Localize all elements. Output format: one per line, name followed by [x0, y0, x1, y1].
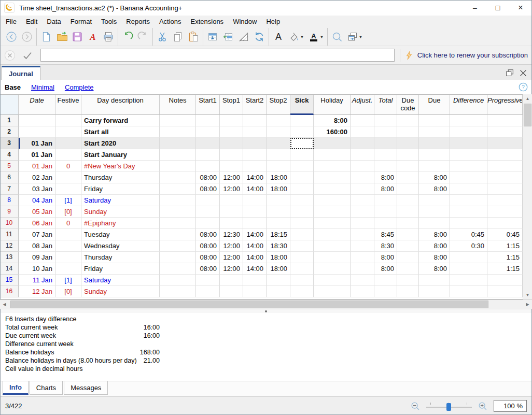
cell-date[interactable]: 07 Jan — [19, 229, 55, 240]
tab-charts[interactable]: Charts — [30, 381, 63, 395]
cell-stop1[interactable]: 12:00 — [220, 172, 243, 183]
cell-progressive[interactable]: 0:45 — [487, 229, 523, 240]
cell-adjust[interactable] — [351, 240, 374, 252]
zoom-in-button[interactable] — [476, 399, 489, 413]
scroll-down-arrow[interactable]: ▼ — [523, 291, 532, 299]
cell-stop1[interactable]: 12:00 — [220, 240, 243, 252]
cell-due_code[interactable] — [397, 195, 419, 206]
cell-stop2[interactable] — [267, 218, 290, 229]
cell-desc[interactable]: Start January — [81, 149, 160, 161]
cell-festive[interactable] — [55, 263, 81, 275]
row-number[interactable]: 5 — [0, 161, 19, 172]
cell-difference[interactable] — [450, 218, 487, 229]
cell-due[interactable] — [419, 138, 450, 149]
zoom-slider[interactable] — [426, 401, 472, 411]
cell-sick[interactable] — [290, 275, 314, 286]
cell-start1[interactable] — [196, 206, 220, 218]
minimize-button[interactable]: – — [464, 0, 486, 16]
cell-stop2[interactable] — [267, 286, 290, 297]
cell-difference[interactable] — [450, 115, 487, 126]
cell-due_code[interactable] — [397, 275, 419, 286]
cell-adjust[interactable] — [351, 149, 374, 161]
cell-sick[interactable] — [290, 149, 314, 161]
cut-button[interactable] — [155, 30, 170, 44]
menu-extensions[interactable]: Extensions — [186, 16, 229, 28]
cell-date[interactable] — [19, 126, 55, 138]
cell-stop2[interactable] — [267, 275, 290, 286]
cell-stop1[interactable] — [220, 138, 243, 149]
cell-difference[interactable] — [450, 138, 487, 149]
search-button[interactable] — [329, 30, 345, 44]
cell-notes[interactable] — [160, 149, 196, 161]
cell-festive[interactable]: [0] — [55, 286, 81, 297]
cell-due_code[interactable] — [397, 149, 419, 161]
view-link-minimal[interactable]: Minimal — [31, 83, 54, 91]
cell-total[interactable]: 8:30 — [374, 240, 397, 252]
cell-sick[interactable] — [290, 138, 314, 149]
zoom-out-button[interactable] — [409, 399, 422, 413]
cell-desc[interactable]: Sunday — [81, 206, 160, 218]
col-header-total[interactable]: Total — [374, 95, 397, 115]
cell-adjust[interactable] — [351, 161, 374, 172]
cell-due_code[interactable] — [397, 263, 419, 275]
cell-festive[interactable] — [55, 126, 81, 138]
cell-progressive[interactable] — [487, 206, 523, 218]
menu-file[interactable]: File — [1, 16, 21, 28]
cell-adjust[interactable] — [351, 115, 374, 126]
cell-progressive[interactable] — [487, 161, 523, 172]
cell-difference[interactable] — [450, 183, 487, 195]
cell-date[interactable]: 06 Jan — [19, 218, 55, 229]
forward-button[interactable] — [19, 30, 35, 44]
cell-progressive[interactable]: 1:15 — [487, 252, 523, 263]
cell-start2[interactable] — [243, 138, 267, 149]
cell-desc[interactable]: Friday — [81, 183, 160, 195]
cell-start2[interactable] — [243, 161, 267, 172]
cell-start2[interactable]: 14:00 — [243, 183, 267, 195]
cell-progressive[interactable]: 1:15 — [487, 240, 523, 252]
tab-messages[interactable]: Messages — [64, 381, 108, 395]
renew-subscription-link[interactable]: Click here to renew your subscription — [404, 50, 528, 61]
view-link-complete[interactable]: Complete — [65, 83, 94, 91]
cell-start1[interactable]: 08:00 — [196, 263, 220, 275]
pane-splitter[interactable] — [0, 309, 532, 313]
cell-notes[interactable] — [160, 252, 196, 263]
cell-due[interactable]: 8:00 — [419, 229, 450, 240]
cell-start1[interactable] — [196, 218, 220, 229]
cell-adjust[interactable] — [351, 172, 374, 183]
new-file-button[interactable] — [38, 30, 54, 44]
cell-stop1[interactable]: 12:00 — [220, 183, 243, 195]
cell-desc[interactable]: Sunday — [81, 286, 160, 297]
cell-desc[interactable]: Thursday — [81, 172, 160, 183]
cell-start2[interactable]: 14:00 — [243, 229, 267, 240]
col-header-start1[interactable]: Start1 — [196, 95, 220, 115]
cell-festive[interactable] — [55, 252, 81, 263]
cell-sick[interactable] — [290, 240, 314, 252]
cell-difference[interactable] — [450, 275, 487, 286]
cell-due[interactable] — [419, 126, 450, 138]
cell-start1[interactable]: 08:00 — [196, 183, 220, 195]
cell-adjust[interactable] — [351, 263, 374, 275]
cell-start1[interactable] — [196, 149, 220, 161]
row-number[interactable]: 8 — [0, 195, 19, 206]
row-number[interactable]: 12 — [0, 240, 19, 252]
cell-stop2[interactable]: 18:00 — [267, 172, 290, 183]
cell-start2[interactable] — [243, 115, 267, 126]
cell-festive[interactable] — [55, 172, 81, 183]
cell-date[interactable]: 02 Jan — [19, 172, 55, 183]
col-header-due_code[interactable]: Due code — [397, 95, 419, 115]
col-header-stop1[interactable]: Stop1 — [220, 95, 243, 115]
cell-due_code[interactable] — [397, 172, 419, 183]
cell-progressive[interactable] — [487, 115, 523, 126]
view-base[interactable]: Base — [5, 83, 21, 91]
cell-due_code[interactable] — [397, 240, 419, 252]
cell-sick[interactable] — [290, 126, 314, 138]
cell-due_code[interactable] — [397, 183, 419, 195]
edit-attributes-button[interactable] — [236, 30, 251, 44]
cell-notes[interactable] — [160, 126, 196, 138]
cell-total[interactable]: 8:45 — [374, 229, 397, 240]
row-number[interactable]: 6 — [0, 172, 19, 183]
cell-start2[interactable] — [243, 275, 267, 286]
col-header-stop2[interactable]: Stop2 — [267, 95, 290, 115]
cell-adjust[interactable] — [351, 195, 374, 206]
cancel-edit-button[interactable] — [2, 48, 18, 63]
